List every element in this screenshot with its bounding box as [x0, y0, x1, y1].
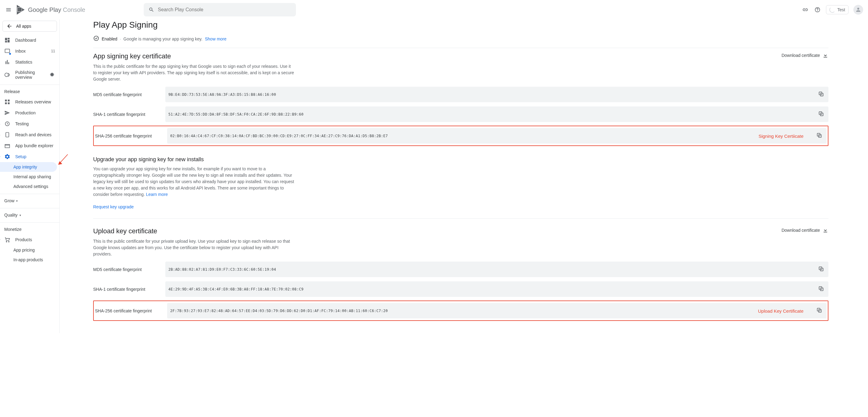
upload-md5-value: 2B:AD:88:02:A7:81:D9:E0:F7:C3:33:6C:60:5…: [168, 267, 276, 272]
gear-icon: [4, 153, 10, 160]
signing-sha256-row: SHA-256 certificate fingerprint 02:B0:16…: [93, 126, 829, 146]
page-title: Play App Signing: [93, 20, 829, 30]
production-icon: [4, 110, 10, 116]
search-input[interactable]: [158, 7, 291, 12]
publishing-icon: [4, 72, 10, 78]
upload-sha1-value: 4E:29:9D:4F:A5:3B:C4:4F:E0:6B:3B:A8:FF:1…: [168, 287, 304, 291]
nav-app-integrity[interactable]: App integrity: [0, 162, 57, 172]
upgrade-title: Upgrade your app signing key for new ins…: [93, 157, 829, 163]
signing-sha1-row: SHA-1 certificate fingerprint 51:A2:4E:7…: [93, 106, 829, 122]
svg-rect-5: [8, 100, 10, 102]
svg-rect-10: [5, 144, 10, 148]
nav-publishing-overview[interactable]: Publishing overview: [0, 68, 59, 82]
svg-point-12: [8, 241, 9, 242]
signing-sha1-value: 51:A2:4E:7D:55:DD:DA:8F:5B:DF:5A:F0:CA:2…: [168, 112, 304, 116]
section-monetize: Monetize: [0, 222, 59, 234]
managed-publish-icon: [49, 72, 55, 78]
copy-icon[interactable]: [815, 131, 824, 141]
upload-sha1-row: SHA-1 certificate fingerprint 4E:29:9D:4…: [93, 281, 829, 297]
inbox-badge: 11: [51, 49, 55, 53]
copy-icon[interactable]: [817, 265, 826, 274]
logo-text: Google Play Console: [28, 6, 85, 13]
reach-icon: [4, 132, 10, 138]
testing-icon: [4, 121, 10, 127]
annotation-upload: Upload Key Certificate: [758, 308, 803, 313]
all-apps-label: All apps: [16, 24, 31, 29]
nav-reach-devices[interactable]: ▸ Reach and devices: [0, 129, 59, 140]
copy-icon[interactable]: [817, 109, 826, 119]
nav-inbox[interactable]: Inbox 11: [0, 46, 59, 57]
signing-sha256-value: 02:B0:16:4A:C4:67:CF:C0:38:14:0A:CF:BD:B…: [170, 134, 388, 138]
status-managed-label: Google is managing your app signing key.: [123, 36, 203, 41]
test-chip-label: Test: [837, 7, 845, 12]
expand-icon: ▸: [0, 133, 0, 137]
collapse-icon: ▾: [0, 238, 0, 242]
nav-setup[interactable]: ▾ Setup: [0, 151, 59, 162]
nav-app-pricing[interactable]: App pricing: [0, 245, 59, 255]
main-content: Play App Signing Enabled · Google is man…: [60, 20, 868, 333]
download-upload-cert[interactable]: Download certificate: [781, 227, 829, 233]
nav-releases-overview[interactable]: Releases overview: [0, 96, 59, 107]
upload-sha256-row: SHA-256 certificate fingerprint 2F:7B:93…: [93, 301, 829, 321]
svg-rect-6: [5, 103, 7, 104]
section-quality[interactable]: Quality▾: [0, 208, 59, 220]
section-grow[interactable]: Grow▾: [0, 194, 59, 206]
svg-point-3: [5, 73, 8, 77]
section-release: Release: [0, 84, 59, 96]
svg-point-11: [6, 241, 7, 242]
play-logo-icon: [16, 5, 26, 14]
status-row: Enabled · Google is managing your app si…: [93, 35, 829, 48]
logo[interactable]: Google Play Console: [16, 5, 85, 14]
show-more-link[interactable]: Show more: [205, 36, 226, 41]
check-circle-icon: [93, 35, 99, 42]
search-icon: [149, 7, 154, 13]
nav-dashboard[interactable]: Dashboard: [0, 35, 59, 46]
statistics-icon: [4, 59, 10, 65]
expand-icon: ▸: [0, 122, 0, 126]
all-apps-button[interactable]: All apps: [2, 21, 57, 32]
svg-rect-7: [8, 103, 10, 104]
annotation-signing: Signing Key Certiicate: [758, 133, 803, 138]
signing-desc: This is the public certificate for the a…: [93, 63, 294, 82]
status-enabled-label: Enabled: [102, 36, 117, 41]
nav-app-bundle-explorer[interactable]: App bundle explorer: [0, 140, 59, 151]
svg-point-1: [817, 11, 818, 11]
svg-rect-9: [6, 133, 9, 137]
help-icon[interactable]: [814, 6, 821, 13]
download-signing-cert[interactable]: Download certificate: [781, 52, 829, 59]
test-chip[interactable]: Test: [826, 5, 848, 14]
nav-internal-app-sharing[interactable]: Internal app sharing: [0, 172, 59, 182]
svg-point-13: [94, 36, 99, 41]
download-icon: [822, 52, 829, 59]
hamburger-menu-icon[interactable]: [5, 6, 12, 13]
user-avatar[interactable]: [854, 5, 863, 14]
copy-icon[interactable]: [815, 306, 824, 315]
nav-in-app-products[interactable]: In-app products: [0, 255, 59, 265]
signing-md5-value: 9B:E4:DD:73:53:5E:A8:9A:3F:A3:D5:15:B8:A…: [168, 93, 276, 97]
upgrade-desc: You can upgrade your app signing key for…: [93, 166, 294, 198]
request-key-upgrade-link[interactable]: Request key upgrade: [93, 204, 134, 209]
nav-advanced-settings[interactable]: Advanced settings: [0, 182, 59, 191]
nav-testing[interactable]: ▸ Testing: [0, 118, 59, 129]
link-icon[interactable]: [802, 6, 809, 13]
dashboard-icon: [4, 37, 10, 43]
upload-sha256-value: 2F:7B:93:27:93:E7:82:48:AD:64:57:EE:D4:0…: [170, 309, 388, 313]
releases-icon: [4, 99, 10, 105]
inbox-icon: [4, 48, 10, 54]
learn-more-link[interactable]: Learn more: [146, 192, 168, 197]
nav-products[interactable]: ▾ Products: [0, 234, 59, 245]
svg-rect-4: [5, 100, 7, 102]
collapse-icon: ▾: [0, 155, 0, 159]
copy-icon[interactable]: [817, 284, 826, 294]
cloud-icon: [829, 7, 835, 13]
upload-md5-row: MD5 certificate fingerprint 2B:AD:88:02:…: [93, 262, 829, 277]
upload-desc: This is the public certificate for your …: [93, 238, 294, 257]
app-header: Google Play Console Test: [0, 0, 868, 20]
sidebar: All apps Dashboard Inbox 11 Statistics P…: [0, 20, 60, 333]
copy-icon[interactable]: [817, 90, 826, 99]
header-right: Test: [802, 5, 863, 14]
nav-production[interactable]: Production: [0, 107, 59, 118]
nav-statistics[interactable]: Statistics: [0, 57, 59, 68]
search-box[interactable]: [144, 3, 296, 16]
arrow-back-icon: [6, 23, 12, 29]
